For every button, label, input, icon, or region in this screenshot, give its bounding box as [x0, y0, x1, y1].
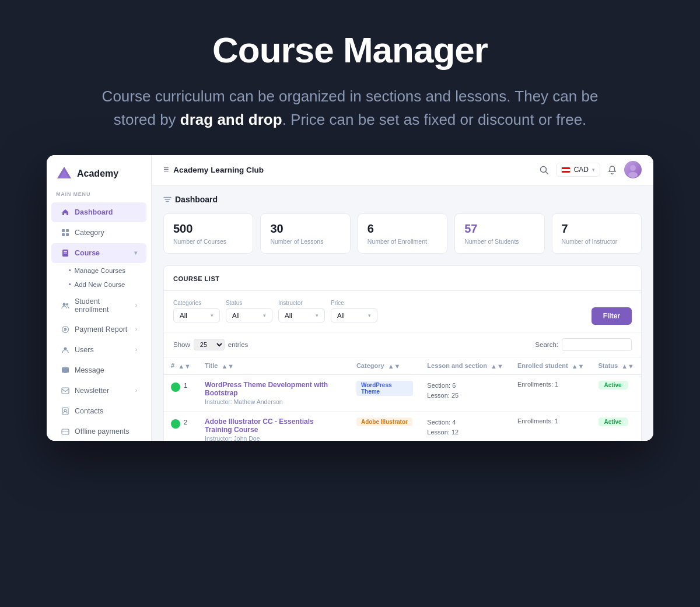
course-title-link[interactable]: Adobe Illustrator CC - Essentials Traini…: [205, 417, 342, 434]
row-category-cell: Adobe Illustrator: [349, 411, 420, 440]
sidebar-item-dashboard[interactable]: Dashboard: [51, 202, 146, 222]
bell-icon[interactable]: [607, 165, 617, 175]
sidebar-item-student-enrollment[interactable]: Student enrollment ›: [51, 292, 146, 319]
svg-rect-2: [62, 229, 65, 232]
row-category-cell: WordPress Theme: [349, 374, 420, 411]
svg-point-9: [63, 303, 66, 306]
categories-select[interactable]: All ▾: [173, 308, 220, 322]
filter-categories: Categories All ▾: [173, 300, 220, 322]
payment-icon: [61, 325, 70, 334]
page-content: Dashboard 500 Number of Courses 30 Numbe…: [152, 185, 653, 441]
contacts-icon: [61, 406, 70, 416]
table-row: 2 Adobe Illustrator CC - Essentials Trai…: [164, 411, 641, 440]
table-controls: Show 25 50 100 entries Search:: [164, 332, 641, 357]
sidebar-item-offline-payments[interactable]: Offline payments: [51, 422, 146, 441]
hero-subtitle-text2: . Price can be set as fixed or discount …: [282, 111, 587, 128]
row-lesson-cell: Section: 6 Lesson: 25: [420, 374, 510, 411]
col-status: Status ▲▼: [592, 357, 641, 375]
category-tag: WordPress Theme: [356, 381, 413, 396]
user-avatar[interactable]: [624, 161, 642, 178]
currency-selector[interactable]: CAD ▾: [556, 163, 600, 177]
filter-instructor: Instructor All ▾: [278, 300, 325, 322]
instructor-select[interactable]: All ▾: [278, 308, 325, 322]
stat-card-instructor: 7 Number of Instructor: [552, 213, 642, 254]
stat-value: 30: [270, 222, 340, 236]
sort-icon: ▲▼: [221, 363, 234, 370]
course-title-link[interactable]: WordPress Theme Development with Bootstr…: [205, 381, 342, 397]
chevron-right-icon: ›: [135, 326, 137, 332]
status-select[interactable]: All ▾: [226, 308, 272, 322]
sidebar-item-users[interactable]: Users ›: [51, 340, 146, 360]
svg-point-25: [630, 165, 636, 171]
app-window: Academy MAIN MENU Dashboard Category Cou…: [47, 155, 653, 441]
row-num-cell: 2: [164, 411, 198, 440]
site-title: Academy Learning Club: [173, 166, 264, 174]
topbar: ≡ Academy Learning Club CAD ▾: [152, 155, 653, 185]
stat-label: Number of Courses: [173, 238, 243, 245]
sidebar-item-category[interactable]: Category: [51, 223, 146, 243]
sidebar-item-label: Category: [75, 229, 104, 237]
stat-card-enrollment: 6 Number of Enrollment: [358, 213, 447, 254]
row-num-cell: 1: [164, 374, 198, 411]
logo-icon: [56, 166, 72, 182]
col-lesson: Lesson and section ▲▼: [420, 357, 510, 375]
enrollment-count: Enrollments: 1: [517, 381, 558, 388]
sidebar-item-label: Student enrollment: [75, 297, 131, 314]
chevron-right-icon: ›: [135, 302, 137, 308]
sidebar-sub-manage-courses[interactable]: Manage Courses: [47, 264, 151, 278]
search-input[interactable]: [562, 338, 632, 351]
sort-icon: ▲▼: [178, 363, 191, 370]
stat-value: 57: [464, 222, 534, 236]
sidebar-sub-add-new-course[interactable]: Add New Course: [47, 278, 151, 292]
sidebar-item-course[interactable]: Course ▾: [51, 243, 146, 263]
page-title: Dashboard: [175, 195, 218, 204]
stat-label: Number of Instructor: [562, 238, 632, 245]
sidebar-section-label: MAIN MENU: [47, 191, 151, 202]
sidebar-item-payment-report[interactable]: Payment Report ›: [51, 320, 146, 339]
categories-value: All: [180, 312, 187, 319]
logo-text: Academy: [77, 169, 118, 179]
col-category: Category ▲▼: [349, 357, 420, 375]
offline-icon: [61, 427, 70, 436]
sidebar: Academy MAIN MENU Dashboard Category Cou…: [47, 155, 152, 441]
lesson-section: Section: 4: [427, 417, 503, 428]
hero-title: Course Manager: [58, 29, 642, 71]
sidebar-item-label: Newsletter: [75, 387, 109, 395]
currency-chevron: ▾: [592, 167, 595, 173]
sidebar-item-contacts[interactable]: Contacts: [51, 401, 146, 421]
row-enroll-cell: Enrollments: 1: [510, 411, 592, 440]
search-icon[interactable]: [539, 165, 549, 175]
svg-rect-8: [64, 252, 67, 253]
col-enrolled: Enrolled student ▲▼: [510, 357, 592, 375]
filter-label: Price: [331, 300, 377, 306]
svg-rect-7: [64, 251, 67, 252]
sidebar-item-newsletter[interactable]: Newsletter ›: [51, 381, 146, 401]
sidebar-sub-label: Manage Courses: [75, 267, 126, 274]
sidebar-item-label: Users: [75, 346, 94, 354]
category-tag: Adobe Illustrator: [356, 417, 412, 426]
search-label: Search:: [535, 341, 558, 348]
filter-icon: [163, 195, 172, 203]
price-value: All: [337, 312, 345, 319]
stat-label: Number of Lessons: [270, 238, 340, 245]
course-list-title: COURSE LIST: [173, 275, 219, 282]
lesson-section: Section: 6: [427, 381, 503, 391]
col-num: # ▲▼: [164, 357, 198, 375]
book-icon: [61, 248, 70, 258]
table-row: 1 WordPress Theme Development with Boots…: [164, 374, 641, 411]
svg-rect-4: [62, 233, 65, 236]
sidebar-item-message[interactable]: Message: [51, 360, 146, 380]
svg-rect-15: [62, 408, 68, 415]
svg-rect-5: [66, 233, 69, 236]
filter-button[interactable]: Filter: [592, 307, 632, 325]
sidebar-item-label: Contacts: [75, 407, 103, 415]
chevron-right-icon: ›: [135, 346, 137, 353]
menu-icon[interactable]: ≡: [163, 164, 169, 175]
sidebar-sub-label: Add New Course: [75, 281, 125, 288]
price-select[interactable]: All ▾: [331, 308, 377, 322]
chevron-down-icon: ▾: [368, 313, 371, 318]
course-instructor: Instructor: Mathew Anderson: [205, 398, 283, 405]
stat-label: Number of Students: [464, 238, 534, 245]
sort-icon: ▲▼: [621, 363, 634, 370]
entries-select[interactable]: 25 50 100: [194, 339, 225, 350]
